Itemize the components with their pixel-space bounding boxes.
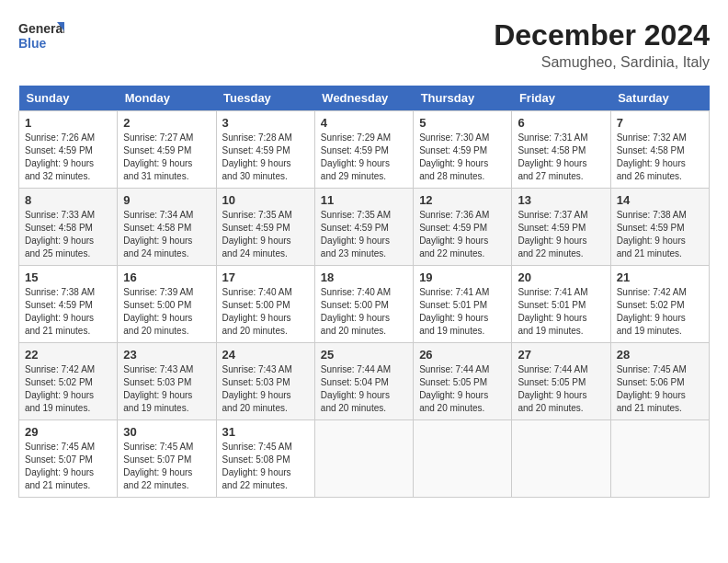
day-number: 12 <box>419 193 506 207</box>
calendar-cell: 13Sunrise: 7:37 AMSunset: 4:59 PMDayligh… <box>512 189 610 266</box>
day-number: 5 <box>419 116 506 130</box>
calendar-cell: 28Sunrise: 7:45 AMSunset: 5:06 PMDayligh… <box>610 343 709 420</box>
calendar-table: SundayMondayTuesdayWednesdayThursdayFrid… <box>18 86 710 498</box>
day-number: 15 <box>25 270 111 284</box>
calendar-cell: 20Sunrise: 7:41 AMSunset: 5:01 PMDayligh… <box>512 266 610 343</box>
calendar-cell: 19Sunrise: 7:41 AMSunset: 5:01 PMDayligh… <box>414 266 512 343</box>
calendar-cell: 6Sunrise: 7:31 AMSunset: 4:58 PMDaylight… <box>512 111 610 189</box>
day-info: Sunrise: 7:36 AMSunset: 4:59 PMDaylight:… <box>419 209 506 260</box>
calendar-week-row: 29Sunrise: 7:45 AMSunset: 5:07 PMDayligh… <box>19 420 710 498</box>
day-info: Sunrise: 7:42 AMSunset: 5:02 PMDaylight:… <box>25 363 111 415</box>
calendar-week-row: 1Sunrise: 7:26 AMSunset: 4:59 PMDaylight… <box>19 111 710 189</box>
weekday-header: Monday <box>118 86 216 111</box>
logo: General Blue <box>18 18 64 57</box>
weekday-header: Thursday <box>414 86 512 111</box>
day-number: 4 <box>321 116 407 130</box>
day-info: Sunrise: 7:43 AMSunset: 5:03 PMDaylight:… <box>222 363 309 415</box>
calendar-week-row: 22Sunrise: 7:42 AMSunset: 5:02 PMDayligh… <box>19 343 710 420</box>
day-number: 27 <box>518 348 604 362</box>
calendar-cell: 11Sunrise: 7:35 AMSunset: 4:59 PMDayligh… <box>314 189 413 266</box>
calendar-week-row: 8Sunrise: 7:33 AMSunset: 4:58 PMDaylight… <box>19 189 710 266</box>
day-number: 30 <box>123 425 210 439</box>
calendar-cell: 16Sunrise: 7:39 AMSunset: 5:00 PMDayligh… <box>118 266 216 343</box>
weekday-header: Friday <box>512 86 610 111</box>
day-info: Sunrise: 7:45 AMSunset: 5:08 PMDaylight:… <box>222 441 309 492</box>
calendar-cell: 10Sunrise: 7:35 AMSunset: 4:59 PMDayligh… <box>216 189 314 266</box>
calendar-cell: 23Sunrise: 7:43 AMSunset: 5:03 PMDayligh… <box>118 343 216 420</box>
day-info: Sunrise: 7:37 AMSunset: 4:59 PMDaylight:… <box>518 209 604 260</box>
weekday-header: Tuesday <box>216 86 314 111</box>
calendar-subtitle: Samugheo, Sardinia, Italy <box>494 54 710 71</box>
day-info: Sunrise: 7:39 AMSunset: 5:00 PMDaylight:… <box>123 286 210 338</box>
day-info: Sunrise: 7:44 AMSunset: 5:05 PMDaylight:… <box>518 363 604 415</box>
calendar-header: SundayMondayTuesdayWednesdayThursdayFrid… <box>19 86 710 111</box>
svg-text:Blue: Blue <box>18 36 47 51</box>
day-info: Sunrise: 7:30 AMSunset: 4:59 PMDaylight:… <box>419 132 506 183</box>
day-number: 13 <box>518 193 604 207</box>
calendar-cell: 18Sunrise: 7:40 AMSunset: 5:00 PMDayligh… <box>314 266 413 343</box>
logo-icon: General Blue <box>18 18 64 57</box>
day-info: Sunrise: 7:29 AMSunset: 4:59 PMDaylight:… <box>321 132 407 183</box>
calendar-cell: 3Sunrise: 7:28 AMSunset: 4:59 PMDaylight… <box>216 111 314 189</box>
day-number: 18 <box>321 270 407 284</box>
day-info: Sunrise: 7:26 AMSunset: 4:59 PMDaylight:… <box>25 132 111 183</box>
calendar-title: December 2024 <box>494 18 710 52</box>
day-info: Sunrise: 7:41 AMSunset: 5:01 PMDaylight:… <box>518 286 604 338</box>
day-info: Sunrise: 7:44 AMSunset: 5:05 PMDaylight:… <box>419 363 506 415</box>
day-info: Sunrise: 7:40 AMSunset: 5:00 PMDaylight:… <box>321 286 407 338</box>
calendar-cell: 4Sunrise: 7:29 AMSunset: 4:59 PMDaylight… <box>314 111 413 189</box>
weekday-header: Saturday <box>610 86 709 111</box>
day-info: Sunrise: 7:43 AMSunset: 5:03 PMDaylight:… <box>123 363 210 415</box>
day-number: 11 <box>321 193 407 207</box>
weekday-row: SundayMondayTuesdayWednesdayThursdayFrid… <box>19 86 710 111</box>
day-info: Sunrise: 7:45 AMSunset: 5:07 PMDaylight:… <box>25 441 111 492</box>
calendar-cell: 22Sunrise: 7:42 AMSunset: 5:02 PMDayligh… <box>19 343 118 420</box>
day-info: Sunrise: 7:28 AMSunset: 4:59 PMDaylight:… <box>222 132 309 183</box>
calendar-cell: 26Sunrise: 7:44 AMSunset: 5:05 PMDayligh… <box>414 343 512 420</box>
day-number: 20 <box>518 270 604 284</box>
day-number: 17 <box>222 270 309 284</box>
calendar-cell <box>314 420 413 498</box>
svg-text:General: General <box>18 21 64 36</box>
day-info: Sunrise: 7:41 AMSunset: 5:01 PMDaylight:… <box>419 286 506 338</box>
calendar-cell: 8Sunrise: 7:33 AMSunset: 4:58 PMDaylight… <box>19 189 118 266</box>
day-number: 2 <box>123 116 210 130</box>
day-info: Sunrise: 7:42 AMSunset: 5:02 PMDaylight:… <box>617 286 703 338</box>
day-number: 25 <box>321 348 407 362</box>
weekday-header: Wednesday <box>314 86 413 111</box>
calendar-cell: 9Sunrise: 7:34 AMSunset: 4:58 PMDaylight… <box>118 189 216 266</box>
day-info: Sunrise: 7:33 AMSunset: 4:58 PMDaylight:… <box>25 209 111 260</box>
calendar-cell: 24Sunrise: 7:43 AMSunset: 5:03 PMDayligh… <box>216 343 314 420</box>
day-info: Sunrise: 7:45 AMSunset: 5:07 PMDaylight:… <box>123 441 210 492</box>
day-number: 23 <box>123 348 210 362</box>
calendar-cell: 17Sunrise: 7:40 AMSunset: 5:00 PMDayligh… <box>216 266 314 343</box>
day-number: 1 <box>25 116 111 130</box>
calendar-cell: 27Sunrise: 7:44 AMSunset: 5:05 PMDayligh… <box>512 343 610 420</box>
day-info: Sunrise: 7:40 AMSunset: 5:00 PMDaylight:… <box>222 286 309 338</box>
day-number: 6 <box>518 116 604 130</box>
calendar-cell: 2Sunrise: 7:27 AMSunset: 4:59 PMDaylight… <box>118 111 216 189</box>
day-number: 7 <box>617 116 703 130</box>
day-number: 31 <box>222 425 309 439</box>
day-info: Sunrise: 7:34 AMSunset: 4:58 PMDaylight:… <box>123 209 210 260</box>
day-number: 8 <box>25 193 111 207</box>
calendar-cell: 25Sunrise: 7:44 AMSunset: 5:04 PMDayligh… <box>314 343 413 420</box>
calendar-cell: 29Sunrise: 7:45 AMSunset: 5:07 PMDayligh… <box>19 420 118 498</box>
day-number: 22 <box>25 348 111 362</box>
calendar-cell <box>512 420 610 498</box>
day-number: 14 <box>617 193 703 207</box>
calendar-cell <box>414 420 512 498</box>
calendar-cell: 12Sunrise: 7:36 AMSunset: 4:59 PMDayligh… <box>414 189 512 266</box>
calendar-cell: 1Sunrise: 7:26 AMSunset: 4:59 PMDaylight… <box>19 111 118 189</box>
calendar-cell <box>610 420 709 498</box>
calendar-week-row: 15Sunrise: 7:38 AMSunset: 4:59 PMDayligh… <box>19 266 710 343</box>
day-number: 28 <box>617 348 703 362</box>
calendar-cell: 5Sunrise: 7:30 AMSunset: 4:59 PMDaylight… <box>414 111 512 189</box>
day-info: Sunrise: 7:38 AMSunset: 4:59 PMDaylight:… <box>617 209 703 260</box>
calendar-cell: 30Sunrise: 7:45 AMSunset: 5:07 PMDayligh… <box>118 420 216 498</box>
title-section: December 2024 Samugheo, Sardinia, Italy <box>494 18 710 71</box>
weekday-header: Sunday <box>19 86 118 111</box>
day-number: 3 <box>222 116 309 130</box>
day-number: 16 <box>123 270 210 284</box>
day-info: Sunrise: 7:38 AMSunset: 4:59 PMDaylight:… <box>25 286 111 338</box>
